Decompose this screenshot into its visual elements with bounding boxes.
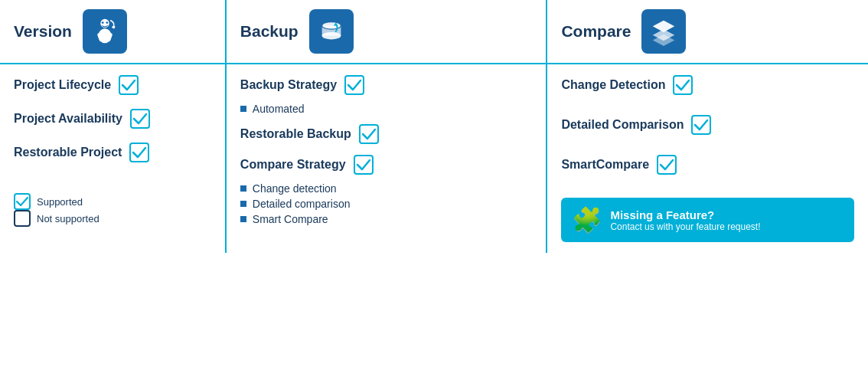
restorable-backup-check xyxy=(359,124,379,144)
smart-compare-check xyxy=(657,155,677,175)
features-row: Project Lifecycle Project Availability xyxy=(0,64,868,253)
compare-detailed-comparison: Detailed comparison xyxy=(240,196,533,211)
change-detection-row: Change Detection xyxy=(561,75,854,95)
backup-column: Backup Strategy Automated xyxy=(226,64,547,253)
backup-strategy-row: Backup Strategy xyxy=(240,75,533,95)
project-availability-row: Project Availability xyxy=(14,109,211,129)
table-header: Version xyxy=(0,0,868,64)
compare-strategy-label: Compare Strategy xyxy=(240,158,346,172)
bullet-icon xyxy=(240,216,246,222)
detailed-comparison-check xyxy=(691,115,711,135)
project-availability-label: Project Availability xyxy=(14,112,122,126)
backup-header-label: Backup xyxy=(240,22,299,41)
svg-point-9 xyxy=(321,32,341,40)
compare-change-detection: Change detection xyxy=(240,181,533,196)
legend: Supported Not supported xyxy=(14,193,211,227)
compare-smart-compare: Smart Compare xyxy=(240,211,533,227)
version-column: Project Lifecycle Project Availability xyxy=(0,64,226,253)
supported-legend: Supported xyxy=(14,193,211,210)
backup-strategy-subitems: Automated xyxy=(240,101,533,116)
detailed-comparison-row: Detailed Comparison xyxy=(561,115,854,135)
smart-compare-label: SmartCompare xyxy=(561,158,649,172)
version-icon xyxy=(83,9,127,54)
missing-feature-text: Missing a Feature? Contact us with your … xyxy=(610,208,760,232)
bullet-icon xyxy=(240,201,246,207)
person-figure-icon xyxy=(90,17,119,46)
svg-point-5 xyxy=(106,21,108,24)
not-supported-label: Not supported xyxy=(37,213,100,224)
backup-strategy-check xyxy=(344,75,364,95)
compare-strategy-subitems: Change detection Detailed comparison Sma… xyxy=(240,181,533,227)
change-detection-label: Change Detection xyxy=(561,78,665,92)
project-lifecycle-label: Project Lifecycle xyxy=(14,78,111,92)
svg-rect-19 xyxy=(15,211,30,226)
database-backup-icon xyxy=(317,17,346,46)
restorable-project-check xyxy=(129,143,149,162)
backup-strategy-label: Backup Strategy xyxy=(240,78,337,92)
compare-header-label: Compare xyxy=(561,22,631,41)
bullet-icon xyxy=(240,185,246,192)
missing-feature-subtitle: Contact us with your feature request! xyxy=(610,221,760,232)
supported-label: Supported xyxy=(37,196,83,208)
layers-icon xyxy=(649,17,678,46)
bullet-icon xyxy=(240,106,246,112)
change-detection-check xyxy=(673,75,693,95)
supported-check-icon xyxy=(14,193,31,210)
detailed-comparison-label: Detailed Comparison xyxy=(561,118,684,132)
version-header-label: Version xyxy=(14,22,72,41)
compare-strategy-row: Compare Strategy xyxy=(240,155,533,175)
restorable-project-row: Restorable Project xyxy=(14,143,211,162)
restorable-backup-label: Restorable Backup xyxy=(240,127,351,141)
missing-feature-box[interactable]: 🧩 Missing a Feature? Contact us with you… xyxy=(561,198,854,242)
compare-column: Change Detection Detailed Comparison xyxy=(547,64,868,253)
restorable-project-label: Restorable Project xyxy=(14,146,122,159)
svg-point-4 xyxy=(102,21,104,24)
svg-point-6 xyxy=(112,25,115,28)
not-supported-check-icon xyxy=(14,210,31,227)
puzzle-icon: 🧩 xyxy=(572,205,602,234)
backup-strategy-automated: Automated xyxy=(240,101,533,116)
smart-compare-row: SmartCompare xyxy=(561,155,854,175)
compare-strategy-check xyxy=(354,155,374,175)
backup-icon xyxy=(309,9,354,54)
not-supported-legend: Not supported xyxy=(14,210,211,227)
compare-icon xyxy=(641,9,686,54)
project-lifecycle-row: Project Lifecycle xyxy=(14,75,211,95)
project-availability-check xyxy=(130,109,150,129)
missing-feature-title: Missing a Feature? xyxy=(610,208,760,221)
restorable-backup-row: Restorable Backup xyxy=(240,124,533,144)
project-lifecycle-check xyxy=(119,75,139,95)
